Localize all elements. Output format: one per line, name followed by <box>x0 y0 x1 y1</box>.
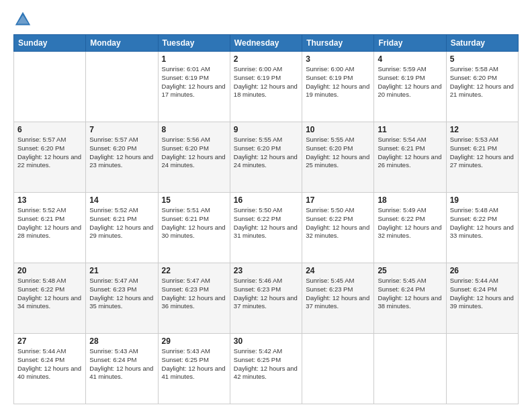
day-info: Sunrise: 5:57 AM Sunset: 6:20 PM Dayligh… <box>17 136 82 170</box>
day-cell: 2Sunrise: 6:00 AM Sunset: 6:19 PM Daylig… <box>230 52 302 122</box>
day-info: Sunrise: 5:52 AM Sunset: 6:21 PM Dayligh… <box>89 206 154 240</box>
day-info: Sunrise: 5:50 AM Sunset: 6:22 PM Dayligh… <box>306 206 370 240</box>
day-number: 22 <box>162 266 226 275</box>
day-cell: 7Sunrise: 5:57 AM Sunset: 6:20 PM Daylig… <box>86 122 158 193</box>
day-info: Sunrise: 6:00 AM Sunset: 6:19 PM Dayligh… <box>306 65 370 99</box>
day-cell: 19Sunrise: 5:48 AM Sunset: 6:22 PM Dayli… <box>446 193 518 263</box>
day-info: Sunrise: 5:57 AM Sunset: 6:20 PM Dayligh… <box>89 136 154 170</box>
day-number: 21 <box>89 266 154 275</box>
logo <box>13 10 34 29</box>
weekday-header-row: SundayMondayTuesdayWednesdayThursdayFrid… <box>14 35 519 52</box>
day-number: 26 <box>450 266 515 275</box>
day-cell: 21Sunrise: 5:47 AM Sunset: 6:23 PM Dayli… <box>86 263 158 334</box>
day-info: Sunrise: 5:55 AM Sunset: 6:20 PM Dayligh… <box>234 136 298 170</box>
day-number: 2 <box>234 54 298 64</box>
day-info: Sunrise: 5:49 AM Sunset: 6:22 PM Dayligh… <box>378 206 442 240</box>
day-cell: 26Sunrise: 5:44 AM Sunset: 6:24 PM Dayli… <box>446 263 518 334</box>
day-info: Sunrise: 5:43 AM Sunset: 6:24 PM Dayligh… <box>89 347 154 381</box>
weekday-header-friday: Friday <box>374 35 446 52</box>
day-cell: 8Sunrise: 5:56 AM Sunset: 6:20 PM Daylig… <box>158 122 230 193</box>
day-cell: 9Sunrise: 5:55 AM Sunset: 6:20 PM Daylig… <box>230 122 302 193</box>
day-cell: 28Sunrise: 5:43 AM Sunset: 6:24 PM Dayli… <box>86 334 158 404</box>
day-cell: 3Sunrise: 6:00 AM Sunset: 6:19 PM Daylig… <box>302 52 374 122</box>
day-cell: 23Sunrise: 5:46 AM Sunset: 6:23 PM Dayli… <box>230 263 302 334</box>
day-cell: 12Sunrise: 5:53 AM Sunset: 6:21 PM Dayli… <box>446 122 518 193</box>
day-cell: 22Sunrise: 5:47 AM Sunset: 6:23 PM Dayli… <box>158 263 230 334</box>
day-cell: 5Sunrise: 5:58 AM Sunset: 6:20 PM Daylig… <box>446 52 518 122</box>
day-number: 23 <box>234 266 298 275</box>
day-number: 4 <box>378 54 442 64</box>
day-cell <box>14 52 86 122</box>
week-row-4: 20Sunrise: 5:48 AM Sunset: 6:22 PM Dayli… <box>14 263 519 334</box>
day-info: Sunrise: 6:01 AM Sunset: 6:19 PM Dayligh… <box>162 65 226 99</box>
day-cell: 6Sunrise: 5:57 AM Sunset: 6:20 PM Daylig… <box>14 122 86 193</box>
day-info: Sunrise: 5:48 AM Sunset: 6:22 PM Dayligh… <box>17 277 82 311</box>
day-info: Sunrise: 5:59 AM Sunset: 6:19 PM Dayligh… <box>378 65 442 99</box>
day-info: Sunrise: 5:46 AM Sunset: 6:23 PM Dayligh… <box>234 277 298 311</box>
weekday-header-wednesday: Wednesday <box>230 35 302 52</box>
weekday-header-saturday: Saturday <box>446 35 518 52</box>
day-number: 20 <box>17 266 82 275</box>
weekday-header-tuesday: Tuesday <box>158 35 230 52</box>
day-cell: 11Sunrise: 5:54 AM Sunset: 6:21 PM Dayli… <box>374 122 446 193</box>
day-number: 28 <box>89 336 154 346</box>
day-cell: 13Sunrise: 5:52 AM Sunset: 6:21 PM Dayli… <box>14 193 86 263</box>
day-info: Sunrise: 5:45 AM Sunset: 6:24 PM Dayligh… <box>378 277 442 311</box>
day-cell: 29Sunrise: 5:43 AM Sunset: 6:25 PM Dayli… <box>158 334 230 404</box>
day-number: 10 <box>306 125 370 134</box>
week-row-3: 13Sunrise: 5:52 AM Sunset: 6:21 PM Dayli… <box>14 193 519 263</box>
day-cell <box>446 334 518 404</box>
day-cell: 10Sunrise: 5:55 AM Sunset: 6:20 PM Dayli… <box>302 122 374 193</box>
day-number: 18 <box>378 195 442 205</box>
page: SundayMondayTuesdayWednesdayThursdayFrid… <box>0 0 532 411</box>
weekday-header-sunday: Sunday <box>14 35 86 52</box>
day-cell: 25Sunrise: 5:45 AM Sunset: 6:24 PM Dayli… <box>374 263 446 334</box>
day-cell: 20Sunrise: 5:48 AM Sunset: 6:22 PM Dayli… <box>14 263 86 334</box>
day-cell: 27Sunrise: 5:44 AM Sunset: 6:24 PM Dayli… <box>14 334 86 404</box>
day-number: 8 <box>162 125 226 134</box>
week-row-2: 6Sunrise: 5:57 AM Sunset: 6:20 PM Daylig… <box>14 122 519 193</box>
day-info: Sunrise: 5:48 AM Sunset: 6:22 PM Dayligh… <box>450 206 515 240</box>
day-number: 7 <box>89 125 154 134</box>
day-number: 16 <box>234 195 298 205</box>
day-cell: 14Sunrise: 5:52 AM Sunset: 6:21 PM Dayli… <box>86 193 158 263</box>
day-cell <box>374 334 446 404</box>
week-row-1: 1Sunrise: 6:01 AM Sunset: 6:19 PM Daylig… <box>14 52 519 122</box>
day-cell: 16Sunrise: 5:50 AM Sunset: 6:22 PM Dayli… <box>230 193 302 263</box>
day-info: Sunrise: 5:47 AM Sunset: 6:23 PM Dayligh… <box>89 277 154 311</box>
day-cell: 1Sunrise: 6:01 AM Sunset: 6:19 PM Daylig… <box>158 52 230 122</box>
day-cell: 4Sunrise: 5:59 AM Sunset: 6:19 PM Daylig… <box>374 52 446 122</box>
day-number: 17 <box>306 195 370 205</box>
day-number: 3 <box>306 54 370 64</box>
day-number: 11 <box>378 125 442 134</box>
day-number: 6 <box>17 125 82 134</box>
day-cell: 15Sunrise: 5:51 AM Sunset: 6:21 PM Dayli… <box>158 193 230 263</box>
day-number: 30 <box>234 336 298 346</box>
day-cell <box>86 52 158 122</box>
day-info: Sunrise: 5:56 AM Sunset: 6:20 PM Dayligh… <box>162 136 226 170</box>
day-info: Sunrise: 5:54 AM Sunset: 6:21 PM Dayligh… <box>378 136 442 170</box>
day-number: 1 <box>162 54 226 64</box>
day-info: Sunrise: 5:47 AM Sunset: 6:23 PM Dayligh… <box>162 277 226 311</box>
day-info: Sunrise: 5:53 AM Sunset: 6:21 PM Dayligh… <box>450 136 515 170</box>
day-info: Sunrise: 5:44 AM Sunset: 6:24 PM Dayligh… <box>450 277 515 311</box>
day-info: Sunrise: 5:44 AM Sunset: 6:24 PM Dayligh… <box>17 347 82 381</box>
day-info: Sunrise: 5:43 AM Sunset: 6:25 PM Dayligh… <box>162 347 226 381</box>
day-info: Sunrise: 5:58 AM Sunset: 6:20 PM Dayligh… <box>450 65 515 99</box>
day-number: 29 <box>162 336 226 346</box>
day-number: 9 <box>234 125 298 134</box>
day-number: 15 <box>162 195 226 205</box>
day-info: Sunrise: 5:45 AM Sunset: 6:23 PM Dayligh… <box>306 277 370 311</box>
day-cell: 18Sunrise: 5:49 AM Sunset: 6:22 PM Dayli… <box>374 193 446 263</box>
day-info: Sunrise: 5:42 AM Sunset: 6:25 PM Dayligh… <box>234 347 298 381</box>
day-cell: 24Sunrise: 5:45 AM Sunset: 6:23 PM Dayli… <box>302 263 374 334</box>
weekday-header-monday: Monday <box>86 35 158 52</box>
day-cell: 17Sunrise: 5:50 AM Sunset: 6:22 PM Dayli… <box>302 193 374 263</box>
day-info: Sunrise: 5:55 AM Sunset: 6:20 PM Dayligh… <box>306 136 370 170</box>
day-number: 5 <box>450 54 515 64</box>
day-number: 19 <box>450 195 515 205</box>
day-info: Sunrise: 5:51 AM Sunset: 6:21 PM Dayligh… <box>162 206 226 240</box>
week-row-5: 27Sunrise: 5:44 AM Sunset: 6:24 PM Dayli… <box>14 334 519 404</box>
logo-icon <box>13 10 32 29</box>
header <box>13 10 519 29</box>
